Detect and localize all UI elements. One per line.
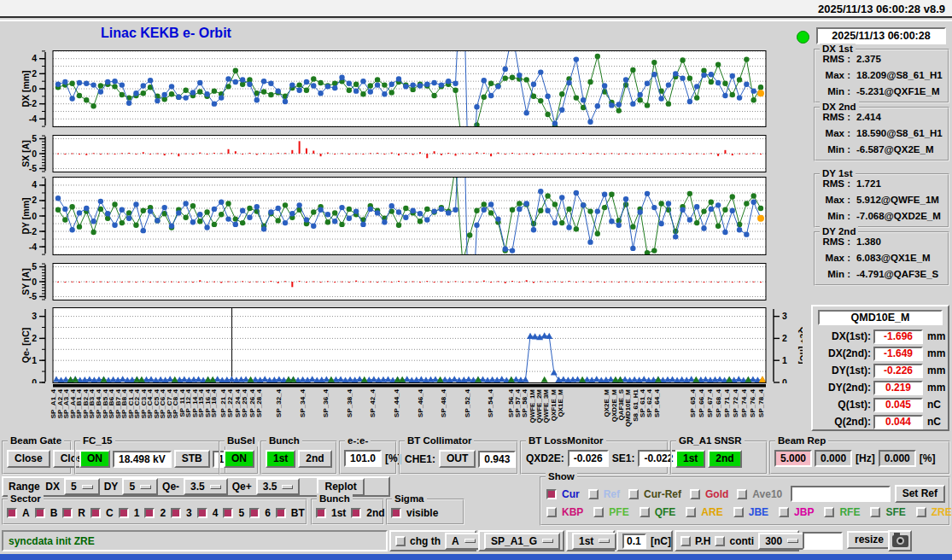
group-legend: FC_15: [80, 435, 115, 446]
checkbox-show-jbe[interactable]: [733, 507, 744, 517]
fc-15-stb-button[interactable]: STB: [174, 450, 210, 468]
show-label-kbp: KBP: [561, 506, 584, 518]
svg-text:SX [A]: SX [A]: [20, 140, 31, 167]
check-group-bunch: Bunch1st2nd: [311, 499, 384, 525]
checkbox-show-ave10[interactable]: [737, 489, 747, 499]
beam-rep-item-label: [%]: [919, 452, 937, 464]
checkbox-sector-a[interactable]: [7, 508, 17, 518]
monitor-row: Q(1st):0.045nC: [815, 396, 946, 413]
svg-text:0: 0: [32, 84, 37, 94]
checkbox-show-zre[interactable]: [916, 507, 926, 517]
monitor-row-value: -1.696: [873, 330, 923, 344]
stat-label: Max :: [820, 125, 850, 141]
dropdown-sp-a1-g[interactable]: SP_A1_G: [484, 533, 560, 550]
range-dropdown-1[interactable]: 5: [64, 478, 100, 495]
checkbox-sector-r[interactable]: [62, 508, 73, 518]
svg-text:0: 0: [32, 149, 37, 159]
group-legend: Sector: [8, 493, 44, 505]
checkbox-label: A: [21, 507, 31, 519]
free-input[interactable]: [803, 532, 843, 550]
threshold-input[interactable]: [622, 534, 646, 549]
group-legend: BuSel: [225, 435, 258, 446]
gr-a1-snsr-1st-button[interactable]: 1st: [675, 450, 705, 468]
checkbox-show-pfe[interactable]: [593, 507, 604, 517]
bottom-box-0: chg thA: [389, 530, 476, 551]
beam-rep-5-000-field[interactable]: 5.000: [774, 450, 812, 467]
checkbox-sector-3[interactable]: [171, 508, 181, 518]
group-legend: Bunch: [317, 493, 353, 505]
stat-label: Max :: [820, 67, 850, 83]
checkbox-show-qfe[interactable]: [640, 507, 650, 517]
range-dropdown-3[interactable]: 5: [122, 478, 158, 495]
checkbox-sector-6[interactable]: [249, 508, 260, 518]
checkbox-chg-th[interactable]: [395, 536, 406, 546]
bt-collimator-out-button[interactable]: OUT: [439, 450, 476, 468]
bunch-2nd-button[interactable]: 2nd: [298, 450, 331, 468]
group-legend: BT LossMonitor: [526, 435, 606, 446]
range-dropdown-5[interactable]: 3.5: [184, 478, 228, 495]
checkbox-show-rfe[interactable]: [824, 507, 834, 517]
svg-text:SP_18_4: SP_18_4: [210, 388, 218, 417]
bt-collimator-0-943-field[interactable]: 0.943: [478, 451, 516, 468]
checkbox-sector-c[interactable]: [91, 508, 101, 518]
checkbox-label: BT: [290, 507, 306, 519]
monitor-title: QMD10E_M: [818, 310, 943, 325]
checkbox-conti[interactable]: [715, 536, 725, 546]
svg-text:5: 5: [32, 263, 37, 271]
checkbox-p-h[interactable]: [680, 536, 691, 546]
screenshot-button[interactable]: [888, 530, 912, 551]
bt-lossmonitor-0-026-field[interactable]: -0.026: [568, 450, 609, 467]
set-ref-button[interactable]: Set Ref: [895, 485, 945, 503]
fc-15-18-498-kv-field[interactable]: 18.498 kV: [113, 451, 172, 468]
checkbox-bunch-1st[interactable]: [316, 508, 326, 518]
range-label-qe: Qe-: [161, 481, 180, 493]
checkbox-show-kbp[interactable]: [546, 507, 557, 517]
checkbox-sector-bt[interactable]: [276, 508, 286, 518]
ref-name-input[interactable]: [791, 486, 890, 502]
svg-text:2: 2: [32, 68, 37, 79]
show-row-2: KBPPFEQFEAREJBEJBPRFESFEZRE: [546, 506, 945, 518]
stat-label: Min :: [820, 142, 850, 157]
checkbox-show-gold[interactable]: [690, 489, 700, 499]
show-label-zre: ZRE: [931, 506, 952, 518]
checkbox-sector-1[interactable]: [119, 508, 129, 518]
checkbox-label: 3: [185, 507, 193, 519]
bunch-1st-button[interactable]: 1st: [266, 450, 295, 468]
bottom-box-2: 1st: [566, 530, 615, 551]
checkbox-show-are[interactable]: [686, 507, 696, 517]
svg-text:3: 3: [782, 311, 787, 321]
beam-gate-close-button[interactable]: Close: [7, 450, 50, 468]
stat-line: Max :18.209@S8_61_H1: [815, 67, 948, 83]
checkbox-show-ref[interactable]: [588, 489, 599, 499]
range-dropdown-7[interactable]: 3.5: [256, 478, 301, 495]
busel-on-button[interactable]: ON: [224, 450, 254, 468]
checkbox-show-cur-ref[interactable]: [628, 489, 639, 499]
checkbox-sector-b[interactable]: [35, 508, 45, 518]
checkbox-show-sfe[interactable]: [870, 507, 880, 517]
stat-label: Min :: [820, 208, 850, 224]
checkbox-sector-4[interactable]: [197, 508, 207, 518]
monitor-row: DX(1st):-1.696mm: [815, 328, 946, 345]
svg-text:1: 1: [782, 355, 787, 365]
svg-text:2: 2: [782, 333, 787, 343]
monitor-row-label: DX(2nd):: [815, 347, 871, 359]
e-e-101-0-field[interactable]: 101.0: [344, 450, 382, 467]
checkbox-show-jbp[interactable]: [779, 507, 789, 517]
dropdown-300[interactable]: 300: [758, 533, 805, 550]
checkbox-sigma-visible[interactable]: [391, 508, 401, 518]
qe-charge-chart: 0123Qe- [nC]0123Qe+ [nC]: [0, 307, 803, 383]
fc-15-on-button[interactable]: ON: [79, 450, 110, 468]
checkbox-label: 5: [237, 507, 245, 519]
checkbox-show-cur[interactable]: [546, 489, 557, 499]
dropdown-a[interactable]: A: [445, 533, 482, 550]
dropdown-1st[interactable]: 1st: [572, 533, 616, 550]
monitor-row-unit: nC: [927, 399, 941, 411]
monitor-row-unit: mm: [927, 347, 945, 359]
checkbox-sector-5[interactable]: [223, 508, 233, 518]
monitor-row-label: Q(1st):: [815, 399, 871, 411]
resize-button[interactable]: resize: [847, 531, 891, 549]
checkbox-sector-2[interactable]: [144, 508, 155, 518]
checkbox-bunch-2nd[interactable]: [351, 508, 361, 518]
timestamp-display: 2025/11/13 06:00:28: [816, 27, 946, 44]
gr-a1-snsr-2nd-button[interactable]: 2nd: [708, 450, 741, 468]
